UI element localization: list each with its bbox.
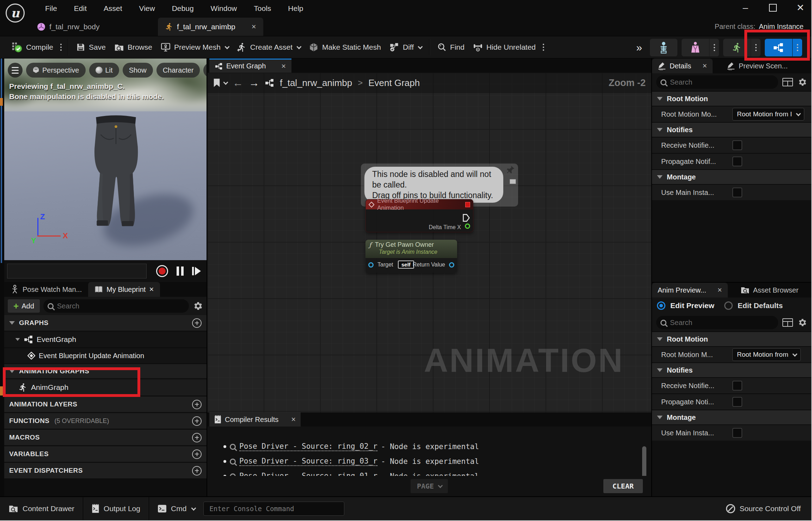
node-disabled-indicator[interactable] — [465, 202, 470, 207]
target-pin-icon[interactable] — [368, 262, 374, 268]
add-graph-icon[interactable] — [192, 318, 202, 328]
close-tab-icon[interactable]: × — [281, 62, 286, 71]
menu-window[interactable]: Window — [202, 1, 246, 16]
menu-view[interactable]: View — [131, 1, 164, 16]
preview-viewport[interactable]: Perspective Lit Show Character LO Previe… — [4, 59, 207, 260]
minimize-button[interactable]: – — [740, 2, 751, 13]
hide-unrelated-button[interactable]: Hide Unrelated — [469, 39, 540, 56]
section-montage[interactable]: Montage — [652, 410, 811, 424]
tab-f-tal-nrw-body[interactable]: f_tal_nrw_body — [37, 18, 99, 36]
compile-button[interactable]: Compile — [7, 39, 57, 56]
close-tab-icon[interactable]: × — [702, 61, 707, 71]
node-try-get-pawn-owner[interactable]: ƒTry Get Pawn Owner Target is Anim Insta… — [365, 240, 457, 273]
tab-compiler-results[interactable]: Compiler Results × — [209, 412, 301, 427]
breadcrumb-leaf[interactable]: Event Graph — [368, 78, 420, 88]
content-drawer-button[interactable]: Content Drawer — [0, 497, 83, 520]
tab-details[interactable]: Details × — [652, 59, 713, 73]
item-eventgraph[interactable]: EventGraph — [4, 332, 207, 347]
close-tab-icon[interactable]: × — [718, 286, 722, 295]
tab-pose-watch-manager[interactable]: Pose Watch Man... — [4, 282, 88, 297]
menu-edit[interactable]: Edit — [66, 1, 95, 16]
section-animation-layers[interactable]: ANIMATION LAYERS — [4, 397, 207, 412]
anim-preview-search[interactable] — [656, 316, 778, 329]
pause-button[interactable] — [177, 266, 184, 276]
section-montage[interactable]: Montage — [652, 169, 811, 184]
step-forward-button[interactable] — [192, 267, 201, 275]
add-variable-icon[interactable] — [192, 449, 202, 459]
search-input[interactable] — [669, 78, 774, 87]
preview-mesh-button[interactable]: Preview Mesh — [156, 39, 233, 56]
tab-asset-browser[interactable]: Asset Browser — [735, 283, 804, 298]
event-graph-canvas[interactable]: ← → f_tal_nrw_animbp > Event Graph Zoom … — [207, 73, 651, 412]
make-static-mesh-button[interactable]: Make Static Mesh — [304, 39, 385, 56]
tab-anim-preview-editor[interactable]: Anim Preview... × — [652, 283, 728, 298]
clear-button[interactable]: CLEAR — [603, 479, 643, 493]
add-event-dispatcher-icon[interactable] — [192, 466, 202, 476]
close-tab-icon[interactable]: × — [149, 285, 154, 294]
mesh-mode-options-icon[interactable] — [709, 39, 719, 56]
display-filter-icon[interactable] — [782, 78, 793, 86]
add-button[interactable]: +Add — [8, 299, 40, 313]
exec-pin-icon[interactable] — [462, 214, 470, 222]
my-blueprint-search[interactable] — [43, 299, 189, 313]
chevron-down-icon[interactable] — [223, 80, 228, 85]
back-arrow-icon[interactable]: ← — [233, 77, 243, 89]
close-button[interactable]: ✕ — [795, 2, 806, 13]
item-event-blueprint-update-animation[interactable]: Event Blueprint Update Animation — [4, 348, 207, 363]
section-functions[interactable]: FUNCTIONS (5 OVERRIDABLE) — [4, 413, 207, 429]
console-command-input[interactable] — [209, 504, 339, 513]
perspective-button[interactable]: Perspective — [26, 63, 86, 78]
record-button[interactable] — [156, 265, 168, 277]
section-macros[interactable]: MACROS — [4, 430, 207, 445]
browse-button[interactable]: Browse — [110, 39, 156, 56]
timeline-scrub-bar[interactable] — [7, 264, 147, 278]
diff-button[interactable]: Diff — [385, 39, 426, 56]
section-notifies[interactable]: Notifies — [652, 122, 811, 137]
section-root-motion[interactable]: Root Motion — [652, 331, 811, 346]
menu-asset[interactable]: Asset — [95, 1, 131, 16]
add-macro-icon[interactable] — [192, 433, 202, 442]
menu-file[interactable]: File — [37, 1, 66, 16]
use-main-instance-checkbox[interactable] — [732, 188, 742, 197]
show-button[interactable]: Show — [123, 63, 153, 78]
settings-gear-icon[interactable] — [192, 301, 203, 311]
lit-button[interactable]: Lit — [89, 63, 119, 78]
output-log-button[interactable]: Output Log — [83, 497, 149, 520]
add-function-icon[interactable] — [192, 416, 202, 426]
use-main-instance-checkbox[interactable] — [732, 428, 742, 438]
close-tab-icon[interactable]: × — [291, 415, 296, 424]
section-notifies[interactable]: Notifies — [652, 362, 811, 377]
cmd-selector[interactable]: Cmd — [149, 497, 203, 520]
receive-notifies-checkbox[interactable] — [732, 381, 742, 391]
root-motion-mode-dropdown[interactable]: Root Motion from — [732, 348, 801, 361]
add-animation-layer-icon[interactable] — [192, 400, 202, 409]
search-input[interactable] — [56, 302, 185, 311]
tab-preview-scene[interactable]: Preview Scen... — [721, 59, 793, 73]
settings-gear-icon[interactable] — [797, 318, 807, 327]
page-button[interactable]: PAGE — [411, 479, 448, 493]
edit-preview-radio[interactable] — [657, 301, 665, 310]
edit-defaults-radio[interactable] — [724, 301, 733, 310]
breadcrumb-root[interactable]: f_tal_nrw_animbp — [280, 78, 352, 88]
close-tab-icon[interactable]: × — [252, 22, 256, 31]
node-event-blueprint-update-animation[interactable]: Event Blueprint Update Animation Delta T… — [365, 199, 473, 232]
propagate-notifies-checkbox[interactable] — [732, 397, 742, 407]
settings-gear-icon[interactable] — [797, 77, 807, 87]
toolbar-options-icon[interactable] — [540, 44, 547, 51]
forward-arrow-icon[interactable]: → — [249, 77, 259, 89]
source-control-button[interactable]: Source Control Off — [726, 504, 811, 513]
self-pin-value[interactable]: self — [398, 260, 414, 269]
mesh-mode-button[interactable] — [682, 39, 719, 56]
compiler-link[interactable]: Pose Driver - Source: ring_03_r — [239, 457, 377, 466]
tab-event-graph[interactable]: Event Graph × — [209, 59, 291, 73]
find-button[interactable]: Find — [433, 39, 469, 56]
compiler-link[interactable]: Pose Driver - Source: ring_02_r — [239, 442, 377, 451]
pushpin-icon[interactable] — [506, 165, 515, 175]
tab-my-blueprint[interactable]: My Blueprint × — [88, 282, 160, 297]
section-event-dispatchers[interactable]: EVENT DISPATCHERS — [4, 463, 207, 478]
receive-notifies-checkbox[interactable] — [732, 140, 742, 150]
save-button[interactable]: Save — [72, 39, 110, 56]
character-button[interactable]: Character — [156, 63, 200, 78]
search-input[interactable] — [669, 318, 774, 327]
compile-options-icon[interactable] — [57, 44, 64, 51]
